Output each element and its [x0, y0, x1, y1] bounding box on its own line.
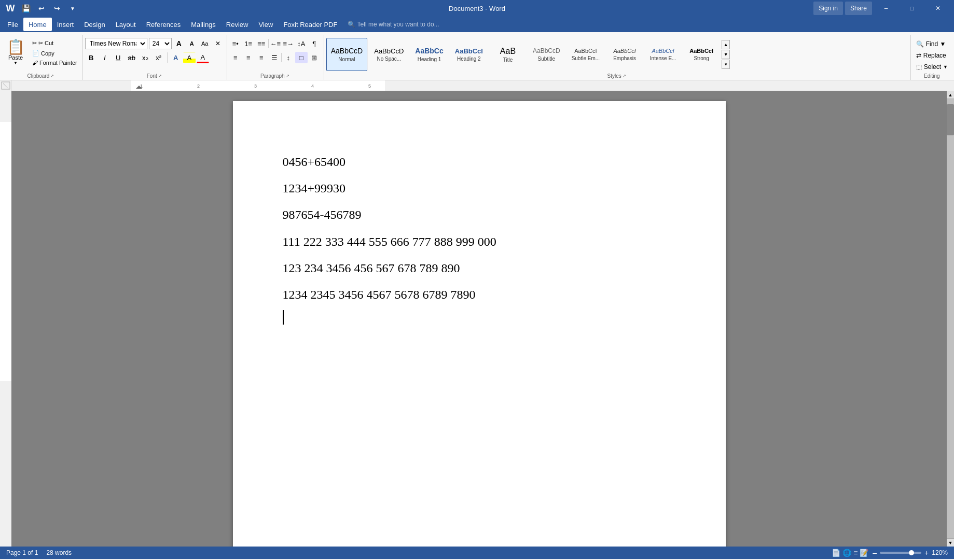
menu-foxit[interactable]: Foxit Reader PDF	[278, 18, 342, 31]
minimize-button[interactable]: –	[874, 0, 898, 17]
maximize-button[interactable]: □	[900, 0, 924, 17]
subscript-button[interactable]: x₂	[139, 52, 151, 63]
underline-button[interactable]: U	[112, 52, 125, 63]
outline-view-button[interactable]: ≡	[853, 549, 858, 557]
menu-review[interactable]: Review	[221, 18, 254, 31]
customize-icon[interactable]: ▼	[66, 2, 79, 15]
style-no-space[interactable]: AaBbCcD No Spac...	[369, 38, 408, 71]
bold-button[interactable]: B	[85, 52, 98, 63]
bullets-button[interactable]: ≡•	[229, 38, 242, 49]
clear-format-button[interactable]: ✕	[212, 38, 224, 49]
doc-content[interactable]: 0456+65400 1234+99930 987654-456789 111 …	[283, 151, 676, 325]
style-heading1[interactable]: AaBbCc Heading 1	[410, 38, 448, 71]
editing-label[interactable]: Editing	[913, 73, 951, 79]
scroll-thumb[interactable]	[947, 104, 954, 135]
style-strong[interactable]: AaBbCcI Strong	[683, 38, 720, 71]
styles-scroll-down-button[interactable]: ▼	[722, 50, 730, 59]
format-painter-button[interactable]: 🖌 Format Painter	[30, 59, 79, 67]
styles-label[interactable]: Styles ↗	[326, 73, 907, 79]
show-hide-button[interactable]: ¶	[308, 38, 321, 49]
doc-line-5[interactable]: 123 234 3456 456 567 678 789 890	[283, 257, 676, 279]
justify-button[interactable]: ☰	[268, 52, 281, 63]
font-grow-button[interactable]: A	[173, 38, 185, 49]
doc-line-4[interactable]: 111 222 333 444 555 666 777 888 999 000	[283, 231, 676, 253]
style-subtle-em[interactable]: AaBbCcI Subtle Em...	[567, 38, 604, 71]
save-icon[interactable]: 💾	[20, 2, 32, 15]
style-emphasis[interactable]: AaBbCcI Emphasis	[606, 38, 643, 71]
clipboard-expander-icon[interactable]: ↗	[50, 74, 54, 78]
doc-line-3[interactable]: 987654-456789	[283, 204, 676, 226]
menu-search[interactable]: 🔍 Tell me what you want to do...	[342, 18, 444, 31]
styles-scroll-up-button[interactable]: ▲	[722, 40, 730, 49]
ruler-corner[interactable]	[0, 80, 11, 91]
font-expander-icon[interactable]: ↗	[158, 74, 162, 78]
zoom-level[interactable]: 120%	[932, 549, 948, 556]
align-right-button[interactable]: ≡	[255, 52, 268, 63]
styles-more-button[interactable]: ▾	[722, 60, 730, 69]
copy-button[interactable]: 📄 Copy	[30, 49, 79, 58]
text-effect-button[interactable]: A	[170, 52, 182, 63]
borders-button[interactable]: ⊞	[308, 52, 321, 63]
paragraph-label[interactable]: Paragraph ↗	[229, 73, 321, 79]
scroll-down-button[interactable]: ▼	[947, 538, 954, 547]
align-left-button[interactable]: ≡	[229, 52, 242, 63]
redo-icon[interactable]: ↪	[51, 2, 63, 15]
web-layout-button[interactable]: 🌐	[842, 549, 851, 557]
print-layout-button[interactable]: 📄	[832, 549, 840, 557]
doc-line-2[interactable]: 1234+99930	[283, 177, 676, 200]
strikethrough-button[interactable]: ab	[126, 52, 138, 63]
share-button[interactable]: Share	[845, 2, 872, 15]
scroll-up-button[interactable]: ▲	[947, 91, 954, 99]
menu-references[interactable]: References	[141, 18, 186, 31]
menu-view[interactable]: View	[253, 18, 278, 31]
style-heading2[interactable]: AaBbCcI Heading 2	[450, 38, 488, 71]
multilevel-button[interactable]: ≡≡	[255, 38, 268, 49]
zoom-out-button[interactable]: –	[873, 549, 877, 557]
scroll-track[interactable]	[947, 99, 954, 538]
menu-insert[interactable]: Insert	[52, 18, 79, 31]
cut-button[interactable]: ✂ ✂ Cut	[30, 39, 79, 48]
line-spacing-button[interactable]: ↕	[282, 52, 295, 63]
shading-button[interactable]: □	[295, 52, 308, 63]
paste-dropdown-icon[interactable]: ▼	[13, 61, 18, 65]
cursor-line[interactable]	[283, 310, 676, 325]
superscript-button[interactable]: x²	[153, 52, 165, 63]
numbering-button[interactable]: 1≡	[242, 38, 255, 49]
increase-indent-button[interactable]: ≡→	[282, 38, 295, 49]
menu-design[interactable]: Design	[79, 18, 110, 31]
undo-icon[interactable]: ↩	[35, 2, 48, 15]
scrollbar-vertical[interactable]: ▲ ▼	[947, 91, 954, 547]
align-center-button[interactable]: ≡	[242, 52, 255, 63]
menu-file[interactable]: File	[2, 18, 23, 31]
select-button[interactable]: ⬚ Select ▼	[913, 62, 951, 72]
decrease-indent-button[interactable]: ←≡	[269, 38, 282, 49]
zoom-in-button[interactable]: +	[924, 549, 929, 557]
signin-button[interactable]: Sign in	[813, 2, 843, 15]
font-size-select[interactable]: 24	[149, 38, 172, 49]
text-highlight-button[interactable]: A	[183, 52, 196, 63]
close-button[interactable]: ✕	[926, 0, 950, 17]
style-normal[interactable]: AaBbCcD Normal	[326, 38, 367, 71]
draft-view-button[interactable]: 📝	[860, 549, 868, 557]
zoom-slider[interactable]	[880, 552, 921, 554]
doc-scroll-area[interactable]: 0456+65400 1234+99930 987654-456789 111 …	[11, 91, 947, 547]
style-title[interactable]: AaB Title	[490, 38, 526, 71]
font-shrink-button[interactable]: A	[186, 38, 198, 49]
sort-button[interactable]: ↕A	[295, 38, 308, 49]
font-color-button[interactable]: A	[197, 52, 209, 63]
paste-button[interactable]: 📋 Paste ▼	[2, 37, 29, 72]
italic-button[interactable]: I	[99, 52, 111, 63]
font-name-select[interactable]: Times New Roman	[85, 38, 147, 49]
clipboard-label[interactable]: Clipboard ↗	[2, 73, 79, 79]
font-case-button[interactable]: Aa	[199, 38, 211, 49]
menu-layout[interactable]: Layout	[110, 18, 141, 31]
styles-expander-icon[interactable]: ↗	[623, 74, 626, 78]
style-subtitle[interactable]: AaBbCcD Subtitle	[528, 38, 565, 71]
menu-mailings[interactable]: Mailings	[186, 18, 221, 31]
font-label[interactable]: Font ↗	[85, 73, 224, 79]
doc-line-6[interactable]: 1234 2345 3456 4567 5678 6789 7890	[283, 284, 676, 306]
paragraph-expander-icon[interactable]: ↗	[286, 74, 289, 78]
doc-line-1[interactable]: 0456+65400	[283, 151, 676, 173]
menu-home[interactable]: Home	[23, 18, 52, 31]
find-button[interactable]: 🔍 Find ▼	[913, 39, 951, 49]
